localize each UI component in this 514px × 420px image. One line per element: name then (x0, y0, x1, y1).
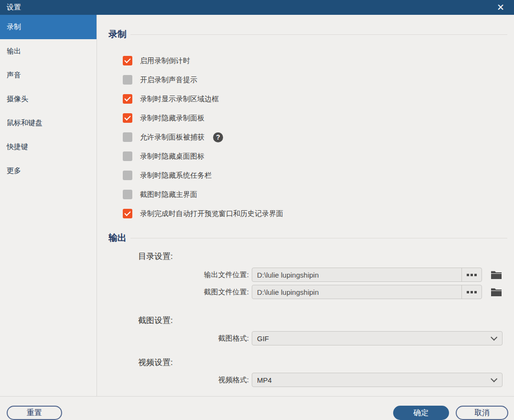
video-format-row: 视频格式: MP4 (108, 373, 507, 387)
open-folder-icon[interactable] (491, 270, 502, 280)
checkbox[interactable] (123, 56, 132, 65)
screenshot-format-select[interactable]: GIF (252, 331, 503, 345)
video-settings-label: 视频设置: (138, 357, 507, 368)
video-format-value: MP4 (257, 376, 491, 384)
checkbox-label: 录制时显示录制区域边框 (140, 95, 219, 104)
record-checkbox-list: 启用录制倒计时 开启录制声音提示 录制时显示录制区域边框 录制时隐藏录制面板 允… (108, 51, 507, 223)
footer-bar: 重置 确定 取消 (0, 396, 514, 420)
output-path-row: 输出文件位置: D:\lulie lupingshipin (108, 268, 507, 282)
output-path-group: D:\lulie lupingshipin (252, 268, 482, 282)
checkbox-label: 开启录制声音提示 (140, 75, 197, 85)
checkbox-label: 录制时隐藏录制面板 (140, 114, 204, 123)
window-title: 设置 (7, 3, 487, 12)
checkbox-row-countdown[interactable]: 启用录制倒计时 (123, 51, 507, 70)
main-panel: 录制 启用录制倒计时 开启录制声音提示 录制时显示录制区域边框 (97, 15, 514, 396)
checkbox-label: 启用录制倒计时 (140, 56, 190, 65)
browse-button[interactable] (461, 268, 482, 281)
checkbox[interactable] (123, 190, 132, 199)
checkbox-row-sound-prompt[interactable]: 开启录制声音提示 (123, 70, 507, 89)
sidebar-item-camera[interactable]: 摄像头 (0, 87, 96, 111)
screenshot-settings-label: 截图设置: (138, 315, 507, 326)
checkbox-row-hide-desktop-icons[interactable]: 录制时隐藏桌面图标 (123, 147, 507, 166)
screenshot-path-label: 截图文件位置: (108, 288, 252, 297)
settings-window: 设置 ✕ 录制 输出 声音 摄像头 鼠标和键盘 快捷键 更多 录制 启用录制倒计… (0, 0, 514, 420)
checkbox[interactable] (123, 113, 132, 123)
sidebar-item-more[interactable]: 更多 (0, 159, 96, 183)
checkbox[interactable] (123, 132, 132, 142)
checkbox-row-region-border[interactable]: 录制时显示录制区域边框 (123, 89, 507, 108)
checkbox[interactable] (123, 209, 132, 218)
sidebar: 录制 输出 声音 摄像头 鼠标和键盘 快捷键 更多 (0, 15, 97, 396)
open-folder-icon[interactable] (491, 287, 502, 297)
checkbox-label: 录制时隐藏桌面图标 (140, 152, 204, 161)
output-path-label: 输出文件位置: (108, 270, 252, 280)
checkbox-row-hide-main-ui[interactable]: 截图时隐藏主界面 (123, 185, 507, 204)
screenshot-path-row: 截图文件位置: D:\lulie lupingshipin (108, 285, 507, 299)
checkbox-row-hide-panel[interactable]: 录制时隐藏录制面板 (123, 108, 507, 128)
browse-button[interactable] (461, 285, 482, 299)
screenshot-path-group: D:\lulie lupingshipin (252, 285, 482, 299)
divider (130, 34, 507, 35)
directory-settings-label: 目录设置: (138, 251, 507, 262)
help-icon[interactable]: ? (213, 132, 223, 142)
screenshot-format-label: 截图格式: (108, 334, 252, 343)
output-path-field[interactable]: D:\lulie lupingshipin (252, 268, 461, 281)
screenshot-path-field[interactable]: D:\lulie lupingshipin (252, 285, 461, 299)
checkbox-label: 录制时隐藏系统任务栏 (140, 171, 212, 180)
video-format-select[interactable]: MP4 (252, 373, 503, 387)
checkbox[interactable] (123, 94, 132, 104)
video-format-label: 视频格式: (108, 376, 252, 385)
checkbox-row-panel-capture[interactable]: 允许录制面板被捕获 ? (123, 128, 507, 147)
screenshot-format-row: 截图格式: GIF (108, 331, 507, 345)
record-section-title: 录制 (108, 28, 127, 41)
reset-button[interactable]: 重置 (7, 406, 62, 420)
sidebar-item-record[interactable]: 录制 (0, 15, 96, 39)
checkbox[interactable] (123, 75, 132, 85)
checkbox-label: 录制完成时自动打开预览窗口和历史记录界面 (140, 209, 283, 218)
chevron-down-icon (491, 334, 497, 341)
checkbox-label: 截图时隐藏主界面 (140, 190, 197, 199)
titlebar: 设置 ✕ (0, 0, 514, 15)
close-icon[interactable]: ✕ (487, 0, 514, 15)
cancel-button[interactable]: 取消 (456, 406, 508, 420)
checkbox[interactable] (123, 151, 132, 161)
ok-button[interactable]: 确定 (393, 406, 449, 420)
checkbox-row-hide-taskbar[interactable]: 录制时隐藏系统任务栏 (123, 166, 507, 185)
screenshot-format-value: GIF (257, 334, 491, 343)
sidebar-item-sound[interactable]: 声音 (0, 63, 96, 87)
checkbox-row-auto-preview[interactable]: 录制完成时自动打开预览窗口和历史记录界面 (123, 204, 507, 223)
sidebar-item-hotkeys[interactable]: 快捷键 (0, 135, 96, 159)
chevron-down-icon (491, 376, 497, 382)
sidebar-item-output[interactable]: 输出 (0, 39, 96, 63)
divider (130, 238, 507, 238)
output-section-title: 输出 (108, 232, 127, 244)
checkbox-label: 允许录制面板被捕获 (140, 133, 204, 142)
output-section-header: 输出 (108, 232, 507, 244)
record-section-header: 录制 (108, 28, 507, 41)
sidebar-item-mouse-keyboard[interactable]: 鼠标和键盘 (0, 111, 96, 135)
checkbox[interactable] (123, 171, 132, 180)
